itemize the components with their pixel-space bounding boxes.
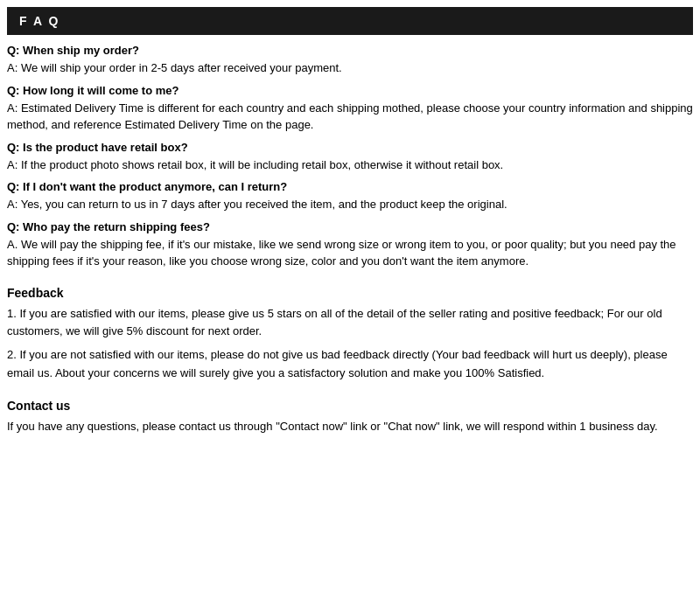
faq-item-3: Q: Is the product have retail box? A: If…: [7, 141, 693, 174]
feedback-point2: 2. If you are not satisfied with our ite…: [7, 346, 693, 383]
faq-question-2: Q: How long it will come to me?: [7, 84, 693, 97]
contact-title: Contact us: [7, 399, 693, 413]
faq-answer-3: A: If the product photo shows retail box…: [7, 156, 693, 174]
feedback-title: Feedback: [7, 286, 693, 300]
faq-answer-4: A: Yes, you can return to us in 7 days a…: [7, 196, 693, 213]
faq-question-5: Q: Who pay the return shipping fees?: [7, 220, 693, 233]
faq-answer-5: A. We will pay the shipping fee, if it's…: [7, 236, 693, 270]
feedback-section: Feedback 1. If you are satisfied with ou…: [7, 286, 693, 383]
faq-item-1: Q: When ship my order? A: We will ship y…: [7, 44, 693, 77]
faq-question-1: Q: When ship my order?: [7, 44, 693, 57]
faq-item-5: Q: Who pay the return shipping fees? A. …: [7, 220, 693, 270]
contact-section: Contact us If you have any questions, pl…: [7, 399, 693, 436]
faq-question-4: Q: If I don't want the product anymore, …: [7, 180, 693, 193]
faq-answer-1: A: We will ship your order in 2-5 days a…: [7, 59, 693, 77]
page-container: F A Q Q: When ship my order? A: We will …: [0, 0, 700, 449]
faq-header-title: F A Q: [19, 14, 60, 28]
faq-item-4: Q: If I don't want the product anymore, …: [7, 180, 693, 213]
contact-text: If you have any questions, please contac…: [7, 418, 693, 436]
faq-section: Q: When ship my order? A: We will ship y…: [7, 44, 693, 270]
faq-question-3: Q: Is the product have retail box?: [7, 141, 693, 154]
feedback-point1: 1. If you are satisfied with our items, …: [7, 305, 693, 342]
faq-answer-2: A: Estimated Delivery Time is different …: [7, 100, 693, 134]
faq-item-2: Q: How long it will come to me? A: Estim…: [7, 84, 693, 134]
faq-header: F A Q: [7, 7, 693, 35]
